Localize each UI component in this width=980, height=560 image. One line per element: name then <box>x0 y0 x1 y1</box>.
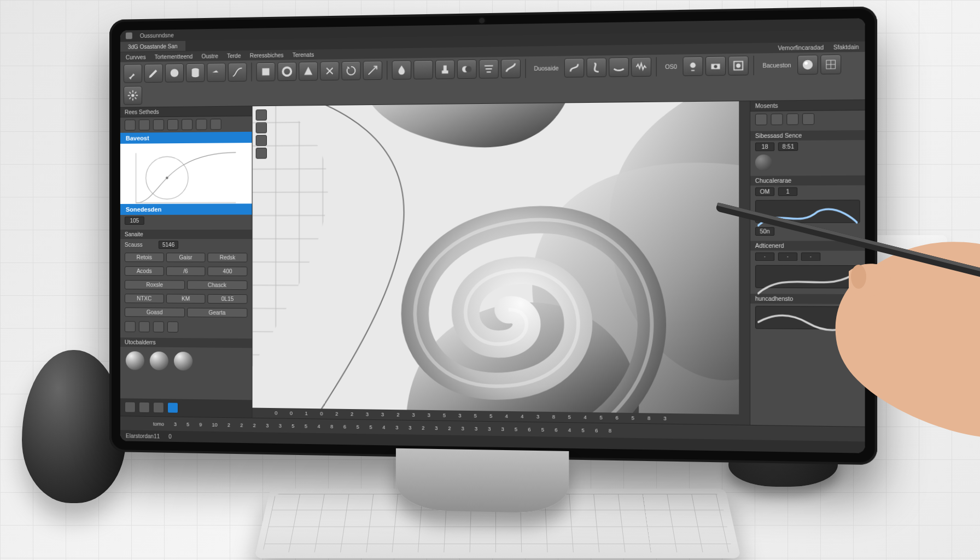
tool-pen-icon[interactable] <box>144 64 163 83</box>
option-button[interactable]: KM <box>166 294 206 303</box>
value-chip[interactable]: 18 <box>755 142 774 151</box>
option-button[interactable]: Acods <box>125 266 164 276</box>
mini-icon[interactable] <box>786 113 798 125</box>
option-button[interactable]: /6 <box>166 266 206 276</box>
value-chip[interactable]: 1 <box>778 187 797 196</box>
ruler-tick: 0 <box>320 411 323 416</box>
value-chip[interactable]: · <box>801 253 821 261</box>
tool-settings-icon[interactable] <box>124 86 142 104</box>
value-chip[interactable]: OM <box>755 188 774 196</box>
tool-sweep-icon[interactable] <box>501 59 521 79</box>
mini-icon[interactable] <box>167 119 178 130</box>
param-value[interactable]: 5146 <box>159 241 178 249</box>
tool-render-icon[interactable] <box>728 56 749 75</box>
value-chip[interactable]: · <box>778 253 797 261</box>
tool-cut-icon[interactable] <box>320 61 339 80</box>
menu-item[interactable]: Tortementteend <box>155 53 193 60</box>
footer-icon[interactable] <box>139 402 150 413</box>
mini-graph[interactable] <box>755 200 860 223</box>
material-sphere-icon[interactable] <box>174 352 192 371</box>
tool-light-icon[interactable] <box>683 56 703 76</box>
shape-icon[interactable] <box>139 321 150 332</box>
mini-icon[interactable] <box>802 113 814 125</box>
shape-icon[interactable] <box>153 322 164 332</box>
tool-drop-icon[interactable] <box>392 60 411 79</box>
right-subheader: Adticenerd <box>750 241 865 250</box>
menu-item[interactable]: Curvves <box>126 54 146 61</box>
right-mini-icons <box>750 110 865 127</box>
shape-icon[interactable] <box>125 321 136 332</box>
option-button[interactable]: 400 <box>208 266 248 276</box>
tool-extrude-icon[interactable] <box>435 60 455 79</box>
menu-item[interactable]: Sfaktdain <box>833 44 859 50</box>
section-header-curve[interactable]: Baveost <box>120 132 252 144</box>
value-chip[interactable]: · <box>755 252 774 261</box>
tool-camera-icon[interactable] <box>705 56 726 76</box>
dial-knob-icon[interactable] <box>755 155 772 171</box>
tool-arrow-icon[interactable] <box>207 63 225 82</box>
menu-item[interactable]: Terenats <box>293 51 314 58</box>
tool-material-icon[interactable] <box>797 55 818 74</box>
material-sphere-icon[interactable] <box>150 352 168 370</box>
tool-torus-icon[interactable] <box>277 62 296 81</box>
menu-item[interactable]: Oustre <box>202 53 218 60</box>
tool-smooth-icon[interactable] <box>609 57 629 77</box>
timeline-tick: 2 <box>253 422 256 428</box>
tool-uv-icon[interactable] <box>820 55 841 74</box>
timeline-label: tomo <box>153 421 164 427</box>
left-panel: Rees Setheds Baveost <box>120 106 253 417</box>
tool-curve-icon[interactable] <box>228 63 247 82</box>
timeline-tick: 9 <box>199 422 202 427</box>
option-button[interactable]: Redsk <box>208 253 248 262</box>
mini-icon[interactable] <box>196 119 207 130</box>
tool-cylinder-icon[interactable] <box>186 63 205 83</box>
tool-twist-icon[interactable] <box>587 58 607 78</box>
footer-icon-active[interactable] <box>167 402 178 413</box>
tool-bend-icon[interactable] <box>564 58 584 78</box>
viewport[interactable]: 0 0 1 0 2 2 3 3 2 3 3 5 3 5 5 <box>253 101 750 425</box>
option-button[interactable]: NTXC <box>125 294 164 303</box>
mini-icon[interactable] <box>755 114 767 125</box>
mini-icon[interactable] <box>210 119 221 130</box>
footer-icon[interactable] <box>125 401 136 412</box>
tool-loft-icon[interactable] <box>479 59 499 78</box>
tool-boolean-icon[interactable] <box>457 60 477 79</box>
ruler-tick: 2 <box>396 412 399 417</box>
right-panel: Mosents Sibessasd Sence 18 8:51 Chucaler… <box>750 100 865 427</box>
tool-cone-icon[interactable] <box>299 62 318 81</box>
tool-box-icon[interactable] <box>256 62 276 81</box>
curve-preview[interactable] <box>120 143 252 204</box>
tool-brush-icon[interactable] <box>124 64 142 83</box>
mini-graph[interactable] <box>755 306 860 329</box>
mini-icon[interactable] <box>139 119 150 130</box>
tab-document[interactable]: 3dG Osastande San <box>120 41 185 52</box>
mini-graph[interactable] <box>755 265 860 289</box>
option-button[interactable]: Roxsle <box>125 280 185 289</box>
menu-item[interactable]: Reressbiches <box>250 52 284 59</box>
value-chip[interactable]: 8:51 <box>778 142 798 151</box>
menu-item[interactable]: Vemorfincaradad <box>778 44 824 51</box>
option-button[interactable]: Chasck <box>187 281 248 290</box>
option-button[interactable]: Gearta <box>187 308 248 318</box>
mini-icon[interactable] <box>125 120 136 131</box>
tool-scale-icon[interactable] <box>363 61 382 80</box>
shape-icon[interactable] <box>167 322 178 332</box>
mini-icon[interactable] <box>182 119 192 130</box>
viewport-ruler-vertical[interactable] <box>739 101 750 415</box>
tool-shell-icon[interactable] <box>413 60 433 79</box>
material-sphere-icon[interactable] <box>126 351 144 370</box>
tool-sphere-icon[interactable] <box>165 63 184 83</box>
ruler-tick: 3 <box>381 412 384 417</box>
svg-point-0 <box>171 69 179 77</box>
menu-item[interactable]: Terde <box>227 52 241 59</box>
mini-icon[interactable] <box>771 114 783 125</box>
app-icon <box>126 32 132 39</box>
tool-rotate-icon[interactable] <box>341 61 360 80</box>
mini-icon[interactable] <box>153 119 164 130</box>
tool-noise-icon[interactable] <box>632 57 652 77</box>
footer-icon[interactable] <box>153 402 164 413</box>
option-button[interactable]: Retois <box>125 253 164 262</box>
option-button[interactable]: Goasd <box>125 307 185 317</box>
option-button[interactable]: 0L15 <box>208 294 248 304</box>
option-button[interactable]: Gaisr <box>166 253 206 262</box>
